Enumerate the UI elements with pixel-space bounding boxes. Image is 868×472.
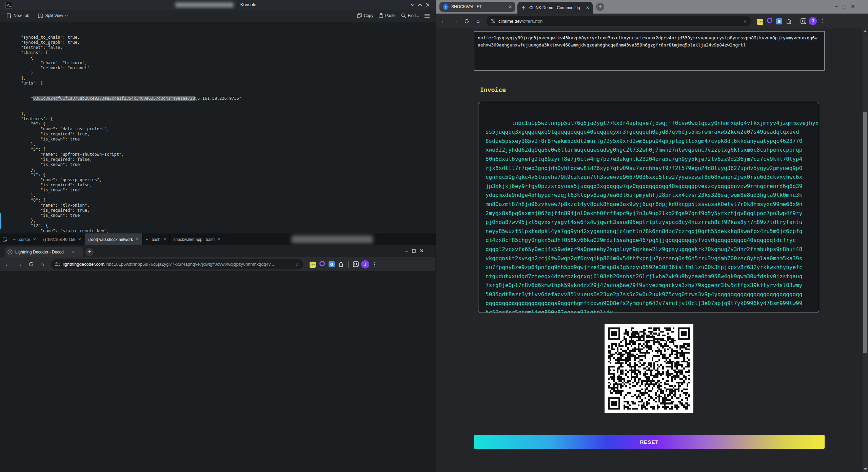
maximize-icon[interactable] <box>412 248 416 253</box>
invoice-text: lnbc1u1p5wztnnpp5ul76q5ja2ygl77kx3r4aphq… <box>486 120 819 313</box>
close-icon[interactable]: ✕ <box>163 237 166 242</box>
home-icon[interactable]: ⌂ <box>472 18 484 24</box>
close-icon[interactable]: ✕ <box>136 237 139 242</box>
decoder-tabstrip: Lightning Decoder - Decod × + – ✕ <box>0 245 435 257</box>
scroll-down-arrow[interactable] <box>864 468 867 470</box>
close-icon[interactable]: × <box>72 250 75 254</box>
url-host: lightningdecoder.com <box>63 262 104 267</box>
desktop: >_ – Konsole New Tab Split View C <box>0 0 868 472</box>
maximize-icon[interactable] <box>843 4 846 9</box>
konsole-tab-bash[interactable]: ~ : bash✕ <box>142 233 170 245</box>
find-button[interactable]: Find... <box>398 11 422 20</box>
url-path: /lnbc1u1p5wztnnpp5ul76q5ja2ygl77kx3r4aph… <box>104 262 274 267</box>
konsole-tab-va0-shock-network[interactable]: (root) va0.shock.network✕ <box>85 233 143 245</box>
clink-toolbar: ← → ⌂ clinkme.dev/offers.html ☆ CSS G J … <box>436 14 868 29</box>
minimize-icon[interactable] <box>409 2 416 8</box>
bookmark-star-icon[interactable]: ☆ <box>295 262 299 267</box>
hamburger-menu-icon[interactable] <box>422 11 432 20</box>
split-view-icon <box>38 14 43 18</box>
close-icon[interactable]: ✕ <box>420 248 424 253</box>
site-info-icon[interactable] <box>55 262 60 266</box>
back-icon[interactable]: ← <box>438 18 449 24</box>
home-icon[interactable]: ⌂ <box>37 261 48 268</box>
reset-button[interactable]: RESET <box>474 435 825 449</box>
kebab-menu-icon[interactable]: ⋮ <box>818 18 827 24</box>
split-view-button[interactable]: Split View <box>35 11 70 20</box>
profile-avatar[interactable]: J <box>361 260 370 268</box>
reload-icon[interactable] <box>461 19 472 24</box>
close-icon[interactable]: ✕ <box>217 237 220 242</box>
new-tab-icon[interactable] <box>0 233 10 245</box>
decoder-toolbar: ← → ⌂ lightningdecoder.com/lnbc1u1p5wztn… <box>0 257 435 271</box>
scrollbar-thumb[interactable] <box>863 112 867 353</box>
decoder-tab-title: Lightning Decoder - Decod <box>15 250 70 254</box>
reload-icon[interactable] <box>25 262 37 267</box>
css-extension-icon[interactable]: CSS <box>308 261 317 268</box>
konsole-title-redacted <box>175 2 234 7</box>
bookmark-star-icon[interactable]: ☆ <box>743 19 747 24</box>
back-icon[interactable]: ← <box>2 261 14 268</box>
close-icon[interactable]: ✕ <box>33 237 36 242</box>
konsole-titlebar[interactable]: >_ – Konsole <box>0 0 436 10</box>
translate-extension-icon[interactable]: G <box>775 18 784 24</box>
page-search-icon[interactable] <box>799 18 808 24</box>
search-icon <box>401 13 406 18</box>
konsole-app-icon: >_ <box>5 2 13 8</box>
new-tab-icon <box>7 13 12 18</box>
copy-label: Copy <box>364 13 373 18</box>
clink-tabstrip: SHOCKWALLET ✕ CLINK Demo - Common Lig ✕ … <box>436 0 868 14</box>
split-view-label: Split View <box>45 13 63 18</box>
noffer-textarea[interactable]: noffer1qvqsyqjy89jrqe3jxvexgwfkv43kvvph8… <box>474 31 825 71</box>
close-icon[interactable]: ✕ <box>509 4 512 9</box>
maximize-icon[interactable] <box>416 2 424 8</box>
ring-extension-icon[interactable] <box>318 261 327 268</box>
terminal-json-top: "synced_to_chain": true, "synced_to_grap… <box>11 35 436 86</box>
decoder-browser-window: Lightning Decoder - Decod × + – ✕ ← → ⌂ … <box>0 245 435 472</box>
shockwallet-favicon <box>443 4 449 10</box>
konsole-tab-cursor[interactable]: ~ : cursor✕ <box>10 233 40 245</box>
page-search-icon[interactable] <box>351 261 360 267</box>
minimize-icon[interactable]: – <box>835 4 838 9</box>
copy-button[interactable]: Copy <box>354 11 376 20</box>
kebab-menu-icon[interactable]: ⋮ <box>370 261 379 267</box>
clink-page: noffer1qvqsyqjy89jrqe3jxvexgwfkv43kvvph8… <box>436 29 868 472</box>
minimize-icon[interactable]: – <box>405 248 408 253</box>
decoder-tab[interactable]: Lightning Decoder - Decod × <box>5 247 83 257</box>
close-icon[interactable]: ✕ <box>851 4 855 9</box>
find-label: Find... <box>408 13 419 18</box>
new-tab-label: New Tab <box>14 13 29 18</box>
shockwallet-tab-title: SHOCKWALLET <box>451 4 506 9</box>
css-extension-icon[interactable]: CSS <box>756 18 765 25</box>
terminal-accent-bar <box>0 213 1 229</box>
scroll-up-arrow[interactable] <box>864 30 867 32</box>
clink-url-bar[interactable]: clinkme.dev/offers.html ☆ <box>487 16 751 26</box>
ring-extension-icon[interactable] <box>765 18 774 24</box>
terminal-output[interactable]: "synced_to_chain": true, "synced_to_grap… <box>0 22 436 233</box>
browser-new-tab-icon[interactable]: + <box>85 248 94 256</box>
clink-tab-title: CLINK Demo - Common Lig <box>529 5 583 10</box>
browser-new-tab-icon[interactable]: + <box>596 3 604 11</box>
close-icon[interactable]: ✕ <box>586 5 589 10</box>
forward-icon[interactable]: → <box>14 261 25 268</box>
translate-extension-icon[interactable]: G <box>327 261 336 267</box>
paste-button[interactable]: Paste <box>376 11 398 20</box>
site-info-icon[interactable] <box>491 19 495 23</box>
extensions-puzzle-icon[interactable] <box>337 261 346 267</box>
decoder-url-bar[interactable]: lightningdecoder.com/lnbc1u1p5wztnnpp5ul… <box>51 259 303 269</box>
konsole-tab-shockwallet-bash[interactable]: shockwallet.app : bash✕ <box>170 233 224 245</box>
extensions-puzzle-icon[interactable] <box>784 18 793 24</box>
profile-avatar[interactable]: J <box>808 17 817 25</box>
clink-demo-tab[interactable]: CLINK Demo - Common Lig ✕ <box>517 2 593 14</box>
lightning-decoder-favicon <box>7 249 13 254</box>
scrollbar[interactable] <box>863 29 868 472</box>
close-icon[interactable]: ✕ <box>78 237 81 242</box>
forward-icon[interactable]: → <box>449 18 461 24</box>
new-tab-button[interactable]: New Tab <box>4 11 32 20</box>
shockwallet-tab[interactable]: SHOCKWALLET ✕ <box>439 2 515 12</box>
konsole-window-title: – Konsole <box>237 2 256 7</box>
chevron-down-icon <box>65 15 68 17</box>
close-icon[interactable] <box>424 2 431 8</box>
konsole-tab-192-168-40-159[interactable]: () 192.168.40.159✕ <box>40 233 85 245</box>
url-path: /offers.html <box>522 19 544 24</box>
invoice-heading: Invoice <box>480 86 506 93</box>
